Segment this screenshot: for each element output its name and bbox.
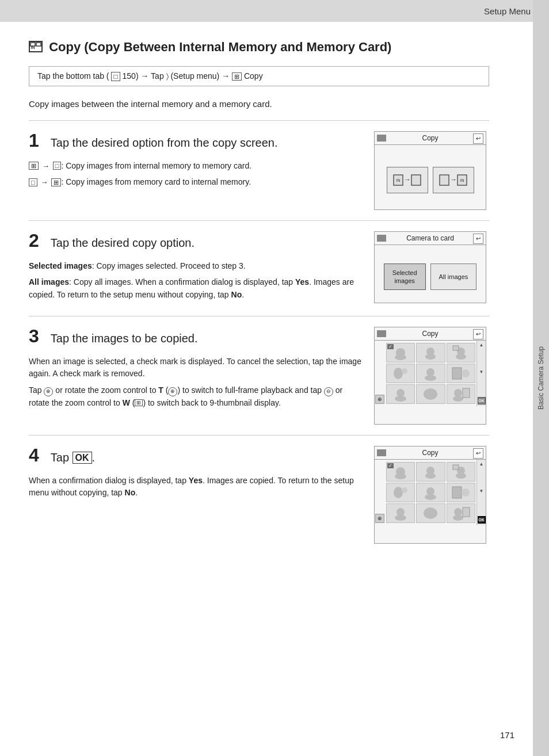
thumb-5[interactable] [416, 364, 445, 383]
svg-point-31 [395, 474, 406, 479]
zoom-btn-4[interactable]: ⊕ [375, 514, 384, 523]
screen-1-body: IN → → IN [375, 145, 486, 209]
screen-4-sidebar: ▲ ▼ OK [476, 460, 486, 525]
svg-text:IN: IN [396, 178, 400, 182]
step-3-screen-container: Copy ↩ ⊕ [374, 327, 489, 425]
screen-2-back-btn[interactable]: ↩ [473, 234, 483, 244]
svg-rect-41 [452, 487, 462, 498]
step-1-number: 1 [29, 131, 39, 150]
thumb-4-7[interactable] [386, 503, 415, 523]
step-1-body: ⊞ → □: Copy images from internal memory … [29, 160, 363, 189]
svg-point-16 [456, 354, 466, 360]
thumb-4-4[interactable] [386, 483, 415, 502]
svg-point-18 [394, 368, 403, 379]
thumb-7[interactable] [386, 384, 415, 404]
thumb-1[interactable]: ✓ [386, 343, 415, 362]
svg-rect-17 [453, 346, 459, 350]
svg-point-45 [424, 507, 437, 519]
screen-2-buttons: Selectedimages All images [384, 264, 477, 291]
nav-path-box: Tap the bottom tab ( □ 150) → Tap 〉 (Set… [29, 66, 489, 86]
step-2-heading: Tap the desired copy option. [51, 236, 195, 250]
svg-rect-36 [453, 465, 459, 469]
scroll-down-4[interactable]: ▼ [479, 488, 484, 494]
svg-point-26 [424, 388, 437, 400]
thumbnail-grid-3: ✓ [385, 341, 476, 406]
screen-3-title-bar: Copy ↩ [375, 327, 486, 341]
step-4-body: When a confirmation dialog is displayed,… [29, 475, 363, 499]
screen-3-title: Copy [422, 330, 438, 338]
thumb-9[interactable] [447, 384, 475, 404]
svg-point-12 [395, 354, 406, 360]
screen-btn-all-images[interactable]: All images [430, 264, 477, 291]
step-3-screen: Copy ↩ ⊕ [374, 327, 486, 425]
camera-indicator-4 [377, 449, 386, 456]
thumb-2[interactable] [416, 343, 445, 362]
step-2-body: Selected images: Copy images selected. P… [29, 260, 363, 301]
ok-btn-4[interactable]: OK [478, 516, 486, 524]
svg-point-42 [462, 488, 470, 497]
thumb-4-5[interactable] [416, 483, 445, 502]
svg-point-28 [453, 396, 463, 402]
page-number: 171 [500, 730, 514, 740]
grid-icon: ⊞ [135, 399, 143, 406]
thumb-4-8[interactable] [416, 503, 445, 523]
step-2-screen: Camera to card ↩ Selectedimages All imag… [374, 231, 486, 304]
scroll-down-3[interactable]: ▼ [479, 369, 484, 375]
screen-3-back-btn[interactable]: ↩ [473, 329, 483, 339]
screen-btn-selected-images[interactable]: Selectedimages [384, 264, 426, 291]
screen-2-title: Camera to card [406, 234, 454, 242]
svg-text:→: → [450, 175, 457, 184]
intro-paragraph: Copy images between the internal memory … [29, 99, 489, 109]
thumb-4-9[interactable] [447, 503, 475, 523]
svg-point-23 [462, 369, 470, 377]
thumb-6[interactable] [447, 364, 475, 383]
step-2-screen-container: Camera to card ↩ Selectedimages All imag… [374, 231, 489, 306]
step-3-left: 3 Tap the images to be copied. When an i… [29, 327, 363, 425]
svg-rect-6 [411, 175, 421, 185]
step-2-number: 2 [29, 231, 39, 250]
step-3-heading: Tap the images to be copied. [51, 332, 198, 345]
screen-4-back-btn[interactable]: ↩ [473, 448, 483, 459]
step-1-left: 1 Tap the desired option from the copy s… [29, 131, 363, 210]
step-4-heading: Tap OK. [51, 451, 95, 464]
svg-point-47 [453, 515, 463, 521]
thumb-4-2[interactable] [416, 462, 445, 482]
ok-btn-3[interactable]: OK [478, 397, 486, 404]
svg-point-19 [402, 368, 407, 374]
step-3: 3 Tap the images to be copied. When an i… [29, 316, 489, 435]
screen-btn-card-to-internal[interactable]: → IN [433, 167, 474, 193]
step-4-left: 4 Tap OK. When a confirmation dialog is … [29, 446, 363, 544]
screen-1-back-btn[interactable]: ↩ [473, 133, 483, 144]
thumb-4-6[interactable] [447, 483, 475, 502]
thumb-4-1[interactable]: ✓ [386, 462, 415, 482]
screen-1-title-bar: Copy ↩ [375, 132, 486, 145]
screen-2-body: Selectedimages All images [375, 245, 486, 303]
zoom-out-icon: ⊖ [324, 387, 333, 396]
svg-point-35 [456, 473, 466, 479]
svg-point-40 [425, 494, 436, 500]
thumb-4[interactable] [386, 364, 415, 383]
step-3-body: When an image is selected, a check mark … [29, 356, 363, 410]
svg-point-44 [395, 515, 406, 521]
svg-point-14 [425, 354, 436, 360]
step-4: 4 Tap OK. When a confirmation dialog is … [29, 435, 489, 554]
zoom-btn-3[interactable]: ⊕ [375, 395, 384, 404]
screen-btn-internal-to-card[interactable]: IN → [387, 167, 428, 193]
step-2: 2 Tap the desired copy option. Selected … [29, 220, 489, 316]
step-4-number: 4 [29, 446, 39, 464]
svg-point-37 [394, 487, 403, 498]
thumb-3[interactable] [447, 343, 475, 362]
scroll-up-4[interactable]: ▲ [479, 461, 484, 467]
ok-inline-icon: OK [73, 452, 92, 464]
step-1-screen-container: Copy ↩ IN → [374, 131, 489, 210]
svg-point-20 [426, 368, 434, 376]
thumb-4-3[interactable] [447, 462, 475, 482]
scroll-up-3[interactable]: ▲ [479, 342, 484, 348]
camera-indicator-3 [377, 330, 386, 337]
step-4-screen-container: Copy ↩ ⊕ [374, 446, 489, 544]
thumb-8[interactable] [416, 384, 445, 404]
screen-4-title: Copy [422, 449, 438, 457]
svg-point-33 [425, 473, 436, 479]
svg-point-25 [395, 396, 406, 402]
svg-point-38 [402, 487, 407, 493]
